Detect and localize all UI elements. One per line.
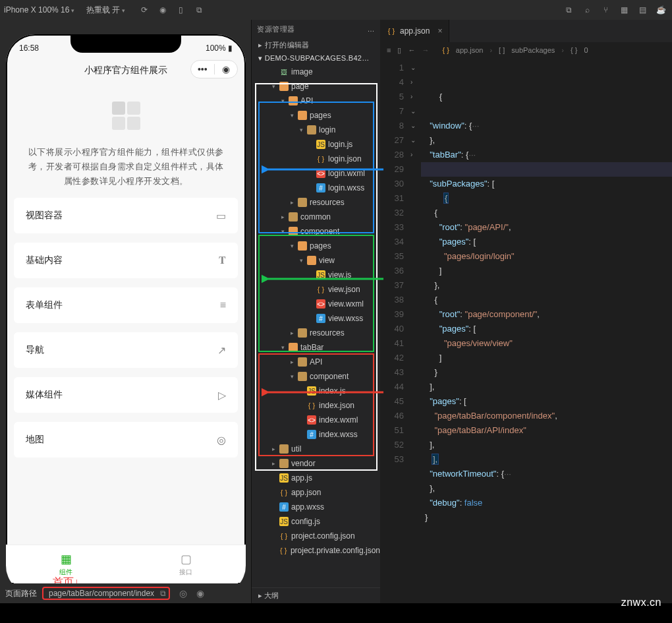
tree-label: index.json <box>319 401 354 410</box>
grid-icon: ▦ <box>61 552 72 566</box>
tree-node[interactable]: { }project.config.json <box>252 529 380 543</box>
tree-node[interactable]: 🖼image <box>252 65 380 79</box>
folder-icon <box>298 357 307 367</box>
tree-node[interactable]: JSconfig.js <box>252 514 380 529</box>
tree-node[interactable]: ▾API <box>252 94 380 108</box>
eye-icon[interactable]: ◉ <box>196 588 204 599</box>
close-icon[interactable]: × <box>437 26 442 36</box>
tree-label: component <box>310 372 349 381</box>
folder-icon <box>289 227 298 236</box>
layout-icon[interactable]: ⧉ <box>561 3 576 17</box>
json-icon: { } <box>316 285 325 294</box>
tree-label: index.wxss <box>319 430 358 439</box>
tree-label: config.js <box>291 517 320 526</box>
list-item[interactable]: 导航↗ <box>14 332 238 368</box>
tree-label: index.js <box>319 386 346 396</box>
page-path-box[interactable]: page/tabBar/component/index ⧉ <box>42 587 170 600</box>
hot-reload-dropdown[interactable]: 热重载 开 <box>86 5 125 16</box>
list-item[interactable]: 地图◎ <box>14 422 238 458</box>
tree-node[interactable]: JSindex.js <box>252 384 380 398</box>
project-section[interactable]: ▾ DEMO-SUBPACKAGES.B42A3ADB <box>252 52 380 65</box>
tree-node[interactable]: { }project.private.config.json <box>252 543 380 558</box>
card-label: 表单组件 <box>26 299 63 311</box>
more-icon[interactable]: ••• <box>191 64 214 74</box>
nav-header: 小程序官方组件展示 ••• ◉ <box>6 55 246 86</box>
tree-node[interactable]: { }app.json <box>252 485 380 500</box>
tree-node[interactable]: ▾view <box>252 253 380 268</box>
tree-node[interactable]: JSview.js <box>252 268 380 282</box>
fold-gutter[interactable]: ⌄››⌄⌄⌄› <box>410 58 421 603</box>
open-editors-section[interactable]: ▸ 打开的编辑器 <box>252 38 380 52</box>
explorer-title: 资源管理器 <box>257 24 295 34</box>
tree-node[interactable]: #index.wxss <box>252 427 380 442</box>
more-icon[interactable]: … <box>368 25 376 33</box>
tree-node[interactable]: ▸util <box>252 442 380 456</box>
tab-api[interactable]: ▢接口 <box>126 545 246 583</box>
tree-label: component <box>300 227 339 236</box>
tree-node[interactable]: #login.wxss <box>252 181 380 195</box>
capsule-bar[interactable]: ••• ◉ <box>190 60 238 78</box>
breadcrumbs[interactable]: ≡ ▯ ← → { } app.json ›[ ] subPackages ›{… <box>380 42 672 58</box>
tree-node[interactable]: JSlogin.js <box>252 137 380 152</box>
card-label: 地图 <box>26 434 44 446</box>
json-icon: { } <box>316 154 325 163</box>
list-item[interactable]: 媒体组件▷ <box>14 377 238 413</box>
folder-icon <box>289 343 298 352</box>
tree-node[interactable]: { }view.json <box>252 282 380 297</box>
phone-icon[interactable]: ▯ <box>174 3 188 17</box>
tree-node[interactable]: ▾login <box>252 123 380 137</box>
grid-icon[interactable]: ▦ <box>617 3 631 17</box>
copy-icon[interactable]: ⧉ <box>192 3 207 17</box>
coffee-icon[interactable]: ☕ <box>654 3 668 17</box>
tree-label: view.wxss <box>328 314 363 323</box>
eye-icon[interactable]: ◉ <box>155 3 170 17</box>
code-area[interactable]: { "window": {··· }, "tabBar": {··· }, "s… <box>421 58 672 603</box>
json-icon: { } <box>307 401 316 410</box>
tree-node[interactable]: ▸resources <box>252 326 380 340</box>
tree-node[interactable]: ▸vendor <box>252 456 380 471</box>
tree-node[interactable]: ▾pages <box>252 108 380 123</box>
tree-node[interactable]: { }login.json <box>252 152 380 166</box>
card-icon: ▭ <box>216 210 226 222</box>
tree-node[interactable]: <>index.wxml <box>252 413 380 427</box>
outline-section[interactable]: ▸ 大纲 <box>252 587 380 603</box>
tree-label: app.js <box>291 473 312 483</box>
tree-node[interactable]: ▸common <box>252 210 380 224</box>
tree-node[interactable]: <>login.wxml <box>252 166 380 181</box>
tree-node[interactable]: #app.wxss <box>252 500 380 514</box>
tree-node[interactable]: ▾component <box>252 224 380 239</box>
tree-label: project.private.config.json <box>291 546 380 555</box>
list-item[interactable]: 视图容器▭ <box>14 198 238 233</box>
folder-icon <box>279 459 289 468</box>
editor-tab-appjson[interactable]: { } app.json× <box>380 20 449 42</box>
folder-icon <box>279 444 289 454</box>
device-dropdown[interactable]: iPhone X 100% 16 <box>4 5 74 15</box>
list-item[interactable]: 基础内容𝐓 <box>14 243 238 278</box>
refresh-icon[interactable]: ⟳ <box>137 3 152 17</box>
branch-icon[interactable]: ⑂ <box>598 3 613 17</box>
tree-node[interactable]: { }index.json <box>252 398 380 413</box>
target-icon[interactable]: ◉ <box>215 64 238 74</box>
toggle-icon[interactable]: ≡ <box>387 46 391 54</box>
tree-node[interactable]: <>view.wxml <box>252 297 380 311</box>
search-icon[interactable]: ⌕ <box>580 3 594 17</box>
list-item[interactable]: 表单组件≡ <box>14 287 238 323</box>
back-icon[interactable]: ← <box>408 46 415 54</box>
tree-node[interactable]: JSapp.js <box>252 471 380 485</box>
sim-time: 16:58 <box>19 44 39 53</box>
tree-node[interactable]: ▾component <box>252 369 380 384</box>
tree-node[interactable]: ▸API <box>252 355 380 369</box>
tree-node[interactable]: ▾tabBar <box>252 340 380 355</box>
tree-label: image <box>291 67 313 76</box>
tree-node[interactable]: #view.wxss <box>252 311 380 326</box>
bookmark-icon[interactable]: ▯ <box>397 46 401 55</box>
tree-label: login <box>319 125 335 134</box>
tree-node[interactable]: ▾pages <box>252 239 380 253</box>
tree-node[interactable]: ▸resources <box>252 195 380 210</box>
forward-icon[interactable]: → <box>422 46 429 54</box>
js-icon: JS <box>316 270 325 280</box>
tree-node[interactable]: ▾page <box>252 79 380 94</box>
js-icon: JS <box>279 473 289 483</box>
compass-icon[interactable]: ◎ <box>179 588 187 599</box>
panel-icon[interactable]: ▤ <box>635 3 650 17</box>
